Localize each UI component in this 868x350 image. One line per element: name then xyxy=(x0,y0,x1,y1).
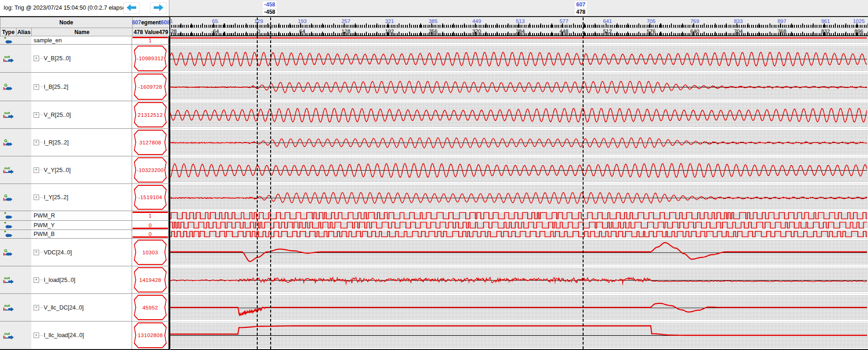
signal-row-PWM_B[interactable]: *PWM_B0 xyxy=(0,230,170,239)
expand-bus-button[interactable]: + xyxy=(34,305,39,310)
signal-row-V_R[25..0][interactable]: out+V_R[25..0]21312512 xyxy=(0,101,170,129)
signal-value-cell[interactable]: 13102808 xyxy=(132,321,169,349)
alias-cell[interactable] xyxy=(16,239,32,266)
signal-value-cell[interactable]: 1 xyxy=(132,211,169,220)
timebar-marker-area[interactable]: -458-458607478 xyxy=(169,0,868,16)
time-cursor-2[interactable] xyxy=(583,17,584,349)
signal-row-I_B[25..2][interactable]: G+I_B[25..2]-1609728 xyxy=(0,73,170,101)
wave-row-VDC[24..0][interactable] xyxy=(170,239,868,266)
wave-row-V_B[25..0][interactable] xyxy=(170,45,868,73)
signal-value-cell[interactable]: 21312512 xyxy=(132,101,169,128)
signal-value-cell[interactable]: 1 xyxy=(132,36,169,44)
marker-label-black-0[interactable]: -458 xyxy=(263,9,277,15)
value-column-header[interactable]: 478 Value479 xyxy=(132,28,170,36)
wave-row-I_Y[25..2][interactable] xyxy=(170,184,868,211)
signal-value-cell[interactable]: -10323200 xyxy=(132,156,169,184)
marker-label-black-1[interactable]: 478 xyxy=(575,9,587,15)
expand-bus-button[interactable]: + xyxy=(34,333,39,338)
expand-bus-button[interactable]: + xyxy=(34,195,39,200)
signal-value-cell[interactable]: 3127808 xyxy=(132,129,169,156)
signal-row-sample_en[interactable]: *sample_en1 xyxy=(0,36,170,45)
wave-row-V_R[25..0][interactable] xyxy=(170,101,868,129)
wave-row-PWM_R[interactable] xyxy=(170,211,868,221)
signal-row-PWM_R[interactable]: *PWM_R1 xyxy=(0,211,170,221)
alias-cell[interactable] xyxy=(16,129,32,156)
previous-log-button[interactable] xyxy=(123,2,140,14)
alias-cell[interactable] xyxy=(16,230,32,238)
name-column-header[interactable]: Name xyxy=(31,28,133,36)
signal-name-cell[interactable]: +I_load[25..0] xyxy=(31,266,132,293)
wave-row-PWM_Y[interactable] xyxy=(170,221,868,230)
alias-cell[interactable] xyxy=(16,36,32,44)
signal-name-cell[interactable]: +V_R[25..0] xyxy=(31,101,132,128)
signal-name-cell[interactable]: +V_Y[25..0] xyxy=(31,156,132,184)
alias-cell[interactable] xyxy=(16,321,32,349)
marker-label-blue-1[interactable]: 607 xyxy=(575,1,587,8)
marker-label-blue-0[interactable]: -458 xyxy=(263,1,277,8)
ruler-trigger-relative-time[interactable]: -128-64064128192256320384448512576640704… xyxy=(169,28,868,36)
waveform-display-area[interactable] xyxy=(170,36,868,350)
signal-value-cell[interactable]: 0 xyxy=(132,221,169,230)
alias-cell[interactable] xyxy=(16,156,32,184)
segment-column-header[interactable]: 607egment608 xyxy=(132,17,170,28)
signal-row-I_llc_load[24..0][interactable]: out+I_llc_load[24..0]13102808 xyxy=(0,321,170,349)
alias-cell[interactable] xyxy=(16,73,32,101)
wave-row-I_R[25..2][interactable] xyxy=(170,129,868,156)
signal-value-cell[interactable]: -10989312 xyxy=(132,45,169,72)
signal-name-cell[interactable]: +I_llc_load[24..0] xyxy=(31,321,132,349)
time-cursor-1[interactable] xyxy=(270,17,271,349)
signal-name-cell[interactable]: +I_B[25..2] xyxy=(31,73,132,101)
wave-row-sample_en[interactable] xyxy=(170,36,868,45)
wave-row-I_B[25..2][interactable] xyxy=(170,73,868,101)
expand-bus-button[interactable]: + xyxy=(34,112,39,118)
signal-value-cell[interactable]: -1519104 xyxy=(132,184,169,211)
alias-cell[interactable] xyxy=(16,211,32,220)
wave-row-V_llc_DC[24..0][interactable] xyxy=(170,294,868,321)
alias-cell[interactable] xyxy=(16,101,32,128)
signal-name-cell[interactable]: +I_R[25..2] xyxy=(31,129,132,156)
time-cursor-0[interactable] xyxy=(257,17,258,349)
signal-name-cell[interactable]: +V_B[25..0] xyxy=(31,45,132,72)
wave-row-V_Y[25..0][interactable] xyxy=(170,156,868,184)
signal-row-V_Y[25..0][interactable]: out+V_Y[25..0]-10323200 xyxy=(0,156,170,184)
type-column-header[interactable]: Type xyxy=(0,28,17,36)
alias-cell[interactable] xyxy=(16,266,32,293)
signal-row-V_B[25..0][interactable]: out+V_B[25..0]-10989312 xyxy=(0,45,170,73)
wave-row-PWM_B[interactable] xyxy=(170,230,868,239)
signal-name-cell[interactable]: PWM_R xyxy=(31,211,132,220)
expand-bus-button[interactable]: + xyxy=(34,277,39,283)
node-column-header[interactable]: Node xyxy=(0,17,133,28)
next-log-button[interactable] xyxy=(150,2,167,14)
signal-row-V_llc_DC[24..0][interactable]: out+V_llc_DC[24..0]45952 xyxy=(0,294,170,321)
alias-cell[interactable] xyxy=(16,294,32,321)
alias-column-header[interactable]: Alias xyxy=(16,28,32,36)
expand-bus-button[interactable]: + xyxy=(34,250,39,255)
alias-cell[interactable] xyxy=(16,184,32,211)
alias-cell[interactable] xyxy=(16,45,32,72)
signal-name-cell[interactable]: +VDC[24..0] xyxy=(31,239,132,266)
signal-name-cell[interactable]: +I_Y[25..2] xyxy=(31,184,132,211)
signal-row-I_Y[25..2][interactable]: G+I_Y[25..2]-1519104 xyxy=(0,184,170,211)
signal-value-cell[interactable]: 45952 xyxy=(132,294,169,321)
ruler-segment-sample-numbers[interactable]: 1651291932573213854495135776417057698338… xyxy=(169,17,868,28)
signal-value-cell[interactable]: 1419428 xyxy=(132,266,169,293)
expand-bus-button[interactable]: + xyxy=(34,84,39,90)
wave-row-I_load[25..0][interactable] xyxy=(170,266,868,294)
signal-name-cell[interactable]: sample_en xyxy=(31,36,132,44)
expand-bus-button[interactable]: + xyxy=(34,56,39,61)
signal-row-I_R[25..2][interactable]: G+I_R[25..2]3127808 xyxy=(0,129,170,156)
signal-row-I_load[25..0][interactable]: out+I_load[25..0]1419428 xyxy=(0,266,170,294)
signal-name-cell[interactable]: PWM_B xyxy=(31,230,132,238)
signal-name-cell[interactable]: +V_llc_DC[24..0] xyxy=(31,294,132,321)
panel-divider xyxy=(169,17,170,349)
signal-row-VDC[24..0][interactable]: G+VDC[24..0]10303 xyxy=(0,239,170,266)
signal-value-cell[interactable]: 10303 xyxy=(132,239,169,266)
signal-value-cell[interactable]: -1609728 xyxy=(132,73,169,101)
expand-bus-button[interactable]: + xyxy=(34,167,39,173)
expand-bus-button[interactable]: + xyxy=(34,140,39,145)
signal-name-cell[interactable]: PWM_Y xyxy=(31,221,132,230)
wave-row-I_llc_load[24..0][interactable] xyxy=(170,321,868,349)
alias-cell[interactable] xyxy=(16,221,32,230)
signal-row-PWM_Y[interactable]: *PWM_Y0 xyxy=(0,221,170,230)
signal-value-cell[interactable]: 0 xyxy=(132,230,169,238)
